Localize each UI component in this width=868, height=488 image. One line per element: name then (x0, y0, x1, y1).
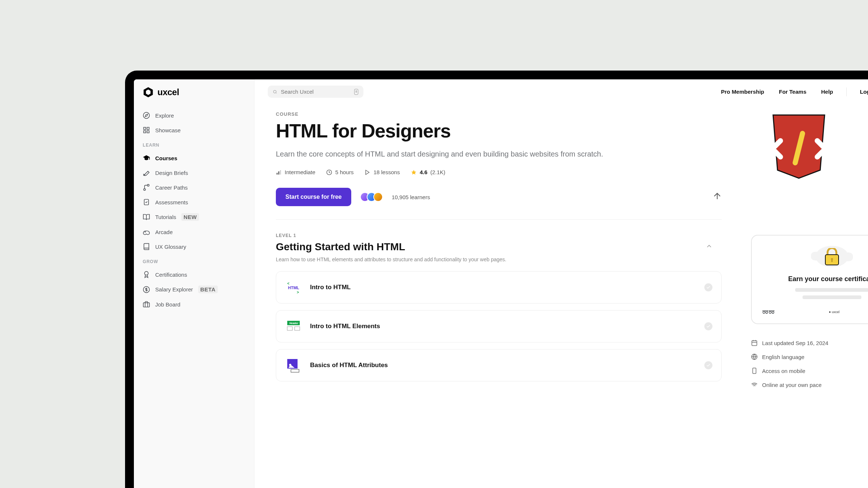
meta-lessons: 18 lessons (364, 169, 400, 175)
sidebar: uxcel Explore Showcase LEARN Courses (134, 79, 255, 488)
svg-point-6 (144, 189, 146, 190)
lock-icon (824, 248, 840, 266)
sidebar-item-ux-glossary[interactable]: UX Glossary (143, 239, 245, 254)
new-badge: NEW (181, 213, 199, 221)
sidebar-item-tutorials[interactable]: Tutorials NEW (143, 209, 245, 225)
topnav-teams[interactable]: For Teams (775, 86, 811, 98)
brand-row[interactable]: uxcel (134, 87, 254, 107)
clipboard-check-icon (143, 198, 150, 206)
book-open-icon (143, 214, 150, 221)
svg-rect-25 (295, 327, 300, 330)
chevron-up-icon (705, 243, 713, 250)
svg-point-12 (273, 90, 276, 93)
book-icon (143, 243, 150, 250)
html-shield-icon (766, 111, 832, 185)
sidebar-item-showcase[interactable]: Showcase (143, 123, 245, 137)
wifi-icon (751, 381, 758, 388)
sidebar-item-job-board[interactable]: Job Board (143, 297, 245, 312)
mobile-icon (751, 367, 758, 374)
search-input[interactable] (281, 89, 351, 95)
start-course-button[interactable]: Start course for free (276, 188, 351, 206)
svg-marker-17 (366, 170, 369, 175)
monitor-frame: uxcel Explore Showcase LEARN Courses (125, 71, 868, 488)
search-icon (273, 89, 277, 95)
sidebar-item-assessments[interactable]: Assessments (143, 195, 245, 209)
course-details: COURSE HTML for Designers Learn the core… (276, 111, 722, 488)
sidebar-item-design-briefs[interactable]: Design Briefs (143, 165, 245, 180)
sidebar-section-learn: LEARN (143, 137, 245, 151)
lesson-thumbnail-icon: <HTML> (285, 279, 302, 296)
sidebar-item-arcade[interactable]: Arcade (143, 225, 245, 239)
svg-rect-13 (277, 173, 278, 175)
learner-avatars (360, 192, 383, 202)
star-icon (411, 169, 417, 175)
topnav-help[interactable]: Help (817, 86, 837, 98)
login-button[interactable]: Log in (855, 86, 868, 98)
share-button[interactable] (713, 192, 722, 202)
skeleton-line (795, 288, 868, 292)
svg-rect-24 (287, 327, 292, 330)
lesson-thumbnail-icon: Header (285, 318, 302, 335)
learners-count: 10,905 learners (392, 194, 430, 200)
brand-name: uxcel (157, 87, 179, 97)
brand-logo-icon (143, 87, 154, 98)
course-description: Learn the core concepts of HTML and star… (276, 148, 622, 159)
content: COURSE HTML for Designers Learn the core… (255, 104, 868, 488)
lesson-status-icon (704, 283, 712, 291)
play-icon (364, 169, 370, 175)
level-label: LEVEL 1 (276, 233, 722, 238)
collapse-toggle[interactable] (705, 243, 713, 251)
topbar: Pro Membership For Teams Help Log in Sig… (255, 79, 868, 104)
lesson-card[interactable]: Header Intro to HTML Elements (276, 310, 722, 342)
sidebar-item-explore[interactable]: Explore (143, 108, 245, 123)
course-eyebrow: COURSE (276, 111, 722, 117)
dollar-icon (143, 286, 150, 293)
app-window: uxcel Explore Showcase LEARN Courses (134, 79, 868, 488)
signature-icon: ➿➿ (762, 309, 775, 315)
svg-rect-5 (147, 131, 149, 133)
svg-marker-1 (145, 114, 148, 117)
lesson-card[interactable]: Basics of HTML Attributes (276, 349, 722, 381)
main-area: Pro Membership For Teams Help Log in Sig… (255, 79, 868, 488)
beta-badge: BETA (198, 286, 218, 293)
avatar (373, 192, 383, 202)
certificate-title: Earn your course certificate (762, 275, 868, 283)
gamepad-icon (143, 228, 150, 236)
lesson-list: <HTML> Intro to HTML Header Intro to H (276, 271, 722, 381)
topnav-pro[interactable]: Pro Membership (716, 86, 769, 98)
svg-rect-31 (831, 259, 833, 262)
level-header[interactable]: Getting Started with HTML (276, 241, 722, 253)
topnav-divider (846, 87, 847, 96)
sidebar-item-salary-explorer[interactable]: Salary Explorer BETA (143, 282, 245, 297)
course-info-list: Last updated Sep 16, 2024 English langua… (751, 336, 868, 392)
sidebar-section-grow: GROW (143, 254, 245, 267)
svg-text:>: > (297, 290, 299, 294)
sidebar-item-courses[interactable]: Courses (143, 151, 245, 165)
compass-icon (143, 112, 150, 119)
lesson-title: Basics of HTML Attributes (310, 362, 388, 369)
svg-rect-28 (291, 369, 299, 372)
lesson-status-icon (704, 322, 712, 330)
sidebar-item-certifications[interactable]: Certifications (143, 267, 245, 282)
svg-rect-4 (144, 131, 146, 133)
graduation-cap-icon (143, 154, 150, 162)
info-updated: Last updated Sep 16, 2024 (751, 336, 868, 350)
svg-text:<: < (287, 281, 289, 286)
pencil-ruler-icon (143, 169, 150, 176)
lesson-title: Intro to HTML (310, 284, 351, 291)
cta-row: Start course for free 10,905 learners (276, 188, 722, 206)
svg-rect-14 (278, 171, 280, 175)
sidebar-item-career-paths[interactable]: Career Paths (143, 180, 245, 195)
meta-level: Intermediate (276, 169, 315, 175)
svg-point-7 (147, 184, 149, 186)
svg-marker-18 (411, 170, 416, 175)
svg-rect-11 (143, 303, 150, 307)
calendar-icon (751, 340, 758, 346)
meta-duration: 5 hours (326, 169, 353, 175)
share-icon (713, 192, 722, 201)
lesson-card[interactable]: <HTML> Intro to HTML (276, 271, 722, 304)
svg-text:Header: Header (289, 322, 298, 324)
search-input-wrap[interactable] (268, 86, 363, 98)
keyboard-shortcut-icon (354, 89, 358, 95)
certificate-card: Earn your course certificate ➿➿ ● uxcel (751, 235, 868, 324)
